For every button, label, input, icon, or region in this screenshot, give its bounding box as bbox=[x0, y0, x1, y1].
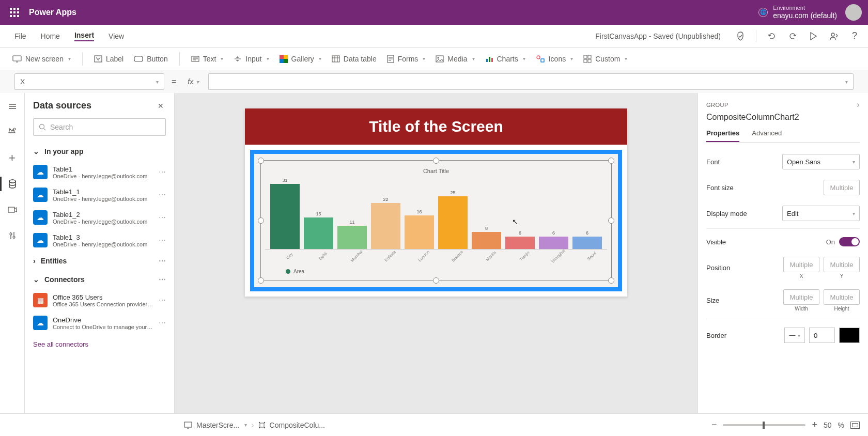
connector-item[interactable]: ☁OneDriveConnect to OneDrive to manage y… bbox=[25, 312, 174, 334]
prop-border-width[interactable]: 0 bbox=[809, 328, 835, 343]
see-all-connectors[interactable]: See all connectors bbox=[25, 334, 174, 354]
resize-handle[interactable] bbox=[258, 217, 264, 224]
breadcrumb: MasterScre... ▾ › CompositeColu... bbox=[184, 421, 325, 430]
prop-pos-x[interactable]: Multiple bbox=[783, 257, 819, 272]
ribbon-new-screen[interactable]: New screen▾ bbox=[12, 55, 71, 63]
rail-data-icon[interactable] bbox=[6, 178, 19, 190]
section-label: In your app bbox=[44, 147, 83, 155]
fit-to-window-icon[interactable] bbox=[850, 422, 860, 429]
zoom-in-button[interactable]: + bbox=[812, 419, 817, 430]
more-icon[interactable]: ⋯ bbox=[159, 191, 166, 199]
breadcrumb-screen[interactable]: MasterScre... bbox=[196, 421, 239, 429]
properties-panel: GROUP › CompositeColumnChart2 Properties… bbox=[698, 93, 868, 413]
menu-home[interactable]: Home bbox=[41, 32, 60, 40]
data-source-item[interactable]: ☁Table1OneDrive - henry.legge@outlook.co… bbox=[25, 161, 174, 183]
rail-tree-view-icon[interactable] bbox=[6, 100, 19, 113]
app-checker-icon[interactable] bbox=[735, 31, 746, 41]
ribbon-label[interactable]: Label bbox=[94, 55, 123, 63]
rail-media-icon[interactable] bbox=[6, 204, 19, 216]
breadcrumb-selection[interactable]: CompositeColu... bbox=[270, 421, 325, 429]
ribbon-gallery[interactable]: Gallery▾ bbox=[280, 55, 321, 63]
bar-value: 6 bbox=[552, 230, 555, 236]
data-source-item[interactable]: ☁Table1_2OneDrive - henry.legge@outlook.… bbox=[25, 206, 174, 229]
chevron-down-icon[interactable]: ▾ bbox=[244, 422, 247, 428]
chevron-down-icon: ⌄ bbox=[33, 275, 39, 284]
more-icon[interactable]: ⋯ bbox=[159, 275, 166, 284]
help-icon[interactable]: ? bbox=[849, 31, 860, 41]
prop-border-color[interactable] bbox=[839, 328, 860, 343]
menu-file[interactable]: File bbox=[14, 32, 26, 40]
ribbon-data-table[interactable]: Data table bbox=[332, 55, 377, 63]
data-source-item[interactable]: ☁Table1_1OneDrive - henry.legge@outlook.… bbox=[25, 183, 174, 206]
prop-displaymode-select[interactable]: Edit▾ bbox=[782, 206, 860, 221]
group-name: CompositeColumnChart2 bbox=[706, 113, 860, 122]
user-avatar[interactable] bbox=[845, 4, 862, 21]
more-icon[interactable]: ⋯ bbox=[159, 236, 166, 244]
more-icon[interactable]: ⋯ bbox=[159, 213, 166, 222]
search-icon bbox=[39, 123, 46, 131]
more-icon[interactable]: ⋯ bbox=[159, 296, 166, 304]
play-icon[interactable] bbox=[808, 31, 818, 41]
waffle-menu-icon[interactable] bbox=[6, 4, 23, 21]
resize-handle[interactable] bbox=[608, 277, 614, 284]
ribbon-input[interactable]: Input▾ bbox=[234, 55, 269, 63]
tab-properties[interactable]: Properties bbox=[706, 129, 739, 142]
menu-insert[interactable]: Insert bbox=[74, 31, 94, 41]
source-subtitle: OneDrive - henry.legge@outlook.com bbox=[53, 173, 153, 179]
svg-point-28 bbox=[258, 427, 259, 428]
more-icon[interactable]: ⋯ bbox=[159, 319, 166, 327]
ribbon-forms[interactable]: Forms▾ bbox=[387, 55, 426, 63]
chevron-right-icon[interactable]: › bbox=[857, 100, 860, 110]
section-connectors[interactable]: ⌄ Connectors ⋯ bbox=[25, 270, 174, 289]
prop-size-w[interactable]: Multiple bbox=[783, 289, 819, 305]
zoom-out-button[interactable]: − bbox=[711, 419, 717, 430]
resize-handle[interactable] bbox=[433, 158, 439, 164]
share-icon[interactable] bbox=[829, 31, 839, 41]
tab-advanced[interactable]: Advanced bbox=[752, 129, 782, 142]
canvas[interactable]: Title of the Screen Chart Title 31151122… bbox=[175, 93, 698, 413]
search-input[interactable]: Search bbox=[33, 118, 166, 136]
formula-input[interactable]: ▾ bbox=[208, 73, 854, 90]
prop-visible-toggle[interactable] bbox=[839, 237, 860, 246]
prop-font-select[interactable]: Open Sans▾ bbox=[782, 154, 860, 169]
ribbon-text[interactable]: Text▾ bbox=[191, 55, 224, 63]
ribbon-media[interactable]: Media▾ bbox=[436, 55, 474, 63]
menu-view[interactable]: View bbox=[109, 32, 124, 40]
resize-handle[interactable] bbox=[433, 277, 439, 284]
rail-advanced-icon[interactable] bbox=[6, 229, 19, 242]
rail-add-icon[interactable]: + bbox=[6, 152, 19, 164]
close-icon[interactable]: ✕ bbox=[156, 101, 166, 111]
ribbon-data-table-label: Data table bbox=[344, 55, 377, 63]
prop-border-style[interactable]: — ▾ bbox=[784, 328, 805, 343]
redo-icon[interactable] bbox=[787, 31, 798, 41]
more-icon[interactable]: ⋯ bbox=[159, 168, 166, 176]
connector-item[interactable]: ▦Office 365 UsersOffice 365 Users Connec… bbox=[25, 289, 174, 312]
text-icon bbox=[191, 56, 199, 62]
property-selector[interactable]: X ▾ bbox=[14, 73, 164, 90]
environment-picker[interactable]: 🌐 Environment enayu.com (default) bbox=[758, 5, 837, 20]
prop-fontsize-input[interactable]: Multiple bbox=[824, 180, 860, 195]
prop-size-h-label: Height bbox=[834, 306, 849, 312]
section-in-your-app[interactable]: ⌄ In your app bbox=[25, 142, 174, 161]
svg-rect-10 bbox=[489, 57, 490, 62]
ribbon-charts[interactable]: Charts▾ bbox=[485, 55, 525, 63]
resize-handle[interactable] bbox=[258, 158, 264, 164]
source-subtitle: OneDrive - henry.legge@outlook.com bbox=[53, 241, 153, 247]
prop-pos-y[interactable]: Multiple bbox=[824, 257, 860, 272]
prop-size-h[interactable]: Multiple bbox=[824, 289, 860, 305]
resize-handle[interactable] bbox=[608, 217, 614, 224]
chart-control[interactable]: Chart Title 3115112216258666 CityDehliMu… bbox=[250, 150, 622, 291]
resize-handle[interactable] bbox=[258, 277, 264, 284]
section-entities[interactable]: › Entities ⋯ bbox=[25, 252, 174, 270]
ribbon-button[interactable]: Button bbox=[134, 55, 167, 63]
undo-icon[interactable] bbox=[767, 31, 777, 41]
rail-insert-icon[interactable] bbox=[6, 126, 19, 138]
ribbon-custom[interactable]: Custom▾ bbox=[583, 55, 627, 63]
fx-label[interactable]: fx▾ bbox=[183, 77, 203, 86]
more-icon[interactable]: ⋯ bbox=[159, 257, 166, 265]
zoom-slider[interactable] bbox=[723, 424, 805, 426]
ribbon-icons[interactable]: Icons▾ bbox=[536, 55, 573, 63]
bar bbox=[438, 196, 468, 249]
resize-handle[interactable] bbox=[608, 158, 614, 164]
data-source-item[interactable]: ☁Table1_3OneDrive - henry.legge@outlook.… bbox=[25, 229, 174, 252]
